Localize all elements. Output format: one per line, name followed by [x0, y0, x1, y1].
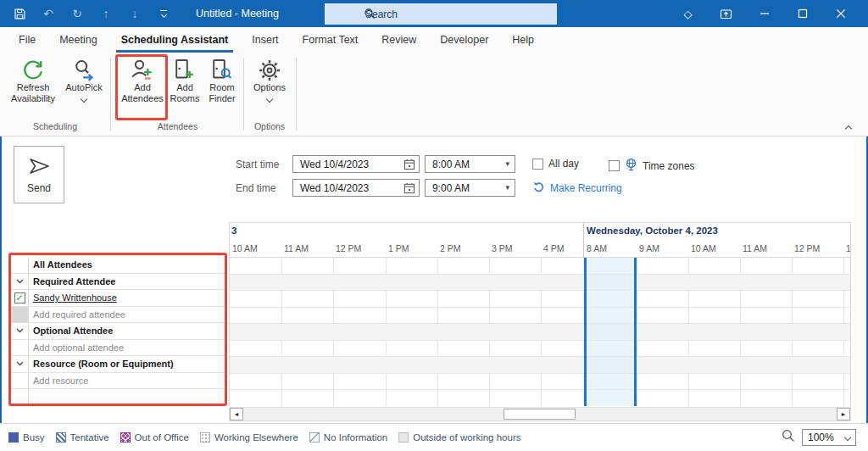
tab-file[interactable]: File [14, 34, 41, 53]
autopick-button[interactable]: AutoPick [61, 54, 107, 120]
close-button[interactable] [821, 0, 860, 27]
make-recurring-link[interactable]: Make Recurring [532, 181, 622, 196]
add-attendees-button[interactable]: Add Attendees [119, 54, 166, 120]
group-label-options: Options [245, 121, 294, 131]
calendar-icon[interactable] [403, 182, 415, 197]
attendee-row-sandy[interactable]: ✓ Sandy Writtenhouse [11, 290, 225, 307]
add-resource-row[interactable]: Add resource [11, 373, 225, 390]
add-optional-attendee-row[interactable]: Add optional attendee [11, 340, 225, 357]
autopick-icon [72, 58, 96, 82]
diamond-icon[interactable]: ◇ [669, 0, 707, 27]
tab-help[interactable]: Help [507, 34, 539, 53]
dropdown-arrow-icon[interactable]: ▾ [505, 183, 509, 192]
tentative-swatch [56, 432, 66, 443]
undo-icon[interactable]: ↶ [41, 6, 56, 21]
gear-icon [258, 58, 281, 82]
zoom-level-dropdown[interactable]: 100% [802, 429, 856, 446]
legend-outside-working-hours: Outside of working hours [398, 432, 520, 443]
collapse-ribbon-chevron[interactable] [845, 125, 852, 132]
tab-developer[interactable]: Developer [435, 34, 493, 53]
search-input[interactable]: Search [325, 3, 557, 25]
grid-horizontal-scrollbar[interactable]: ◄ ► [229, 407, 851, 421]
day-header-row: 3 Wednesday, October 4, 2023 [230, 223, 851, 240]
dropdown-arrow-icon[interactable]: ▾ [505, 159, 509, 168]
end-time-dropdown[interactable]: 9:00 AM ▾ [425, 179, 515, 197]
move-down-icon[interactable]: ↓ [127, 6, 142, 21]
legend-busy: Busy [8, 432, 45, 443]
dropdown-arrow-icon [844, 434, 851, 441]
globe-icon [625, 158, 637, 174]
hour-tick: 11 AM [743, 243, 767, 253]
pop-out-icon[interactable] [707, 0, 745, 27]
scroll-left-arrow[interactable]: ◄ [230, 408, 243, 420]
time-zones-checkbox[interactable] [609, 160, 620, 171]
add-required-attendee-row[interactable]: Add required attendee [11, 307, 225, 324]
grid-row-resource-group [230, 357, 851, 374]
grid-row-empty[interactable] [230, 390, 851, 406]
redo-icon[interactable]: ↻ [70, 6, 85, 21]
start-date-field[interactable]: Wed 10/4/2023 [292, 155, 420, 173]
attendee-group-optional[interactable]: Optional Attendee [11, 323, 225, 340]
legend-tentative: Tentative [56, 432, 109, 443]
hour-tick: 10 AM [232, 243, 258, 253]
start-time-label: Start time [236, 159, 279, 170]
tab-meeting[interactable]: Meeting [54, 34, 102, 53]
grid-row-optional-group [230, 324, 851, 341]
hour-tick: 10 AM [691, 243, 716, 253]
group-label-scheduling: Scheduling [0, 121, 110, 131]
hour-tick: 1 PM [388, 243, 409, 253]
grid-row-add-optional[interactable] [230, 341, 851, 358]
attendee-group-resource[interactable]: Resource (Room or Equipment) [11, 356, 225, 373]
hour-tick: 4 PM [543, 243, 565, 253]
send-button[interactable]: Send [14, 146, 64, 203]
hour-tick: 2 PM [440, 243, 461, 253]
attendee-group-required[interactable]: Required Attendee [11, 274, 225, 291]
maximize-button[interactable] [783, 0, 821, 27]
chevron-down-icon[interactable] [16, 328, 24, 333]
attendee-name-link[interactable]: Sandy Writtenhouse [29, 292, 117, 303]
titlebar-controls: ◇ [669, 0, 860, 27]
tab-insert[interactable]: Insert [247, 34, 283, 53]
minimize-button[interactable] [745, 0, 783, 27]
room-finder-button[interactable]: Room Finder [203, 54, 241, 120]
refresh-availability-button[interactable]: Refresh Availability [5, 54, 61, 120]
scroll-right-arrow[interactable]: ► [837, 408, 850, 420]
customize-toolbar-icon[interactable] [156, 6, 171, 21]
refresh-icon [21, 58, 45, 82]
autopick-dropdown-chevron[interactable] [81, 96, 87, 103]
recurring-icon [532, 181, 545, 196]
day-header-wednesday: Wednesday, October 4, 2023 [587, 226, 718, 236]
start-time-dropdown[interactable]: 8:00 AM ▾ [425, 155, 515, 173]
tab-scheduling-assistant[interactable]: Scheduling Assistant [116, 34, 234, 53]
chevron-down-icon[interactable] [16, 361, 24, 366]
grid-row-all-attendees[interactable] [230, 258, 851, 275]
grid-row-add-resource[interactable] [230, 374, 851, 391]
calendar-icon[interactable] [403, 159, 415, 173]
send-icon [26, 155, 52, 177]
title-bar: ↶ ↻ ↑ ↓ Untitled - Meeting Search ◇ [0, 0, 868, 27]
options-dropdown-chevron[interactable] [266, 96, 273, 103]
grid-row-sandy[interactable] [230, 291, 851, 308]
quick-access-toolbar: ↶ ↻ ↑ ↓ [0, 6, 171, 21]
grid-rows[interactable] [230, 258, 851, 406]
tab-format-text[interactable]: Format Text [298, 34, 364, 53]
options-button[interactable]: Options [248, 54, 291, 120]
zoom-magnifier-icon[interactable] [782, 429, 795, 446]
group-divider [243, 58, 244, 131]
window-title: Untitled - Meeting [191, 8, 284, 19]
save-icon[interactable] [12, 6, 27, 21]
attendee-checkbox-checked[interactable]: ✓ [14, 292, 25, 303]
add-rooms-button[interactable]: Add Rooms [167, 54, 203, 120]
grid-row-add-required[interactable] [230, 308, 851, 325]
selected-time-slot[interactable] [584, 258, 637, 406]
scrollbar-thumb[interactable] [504, 409, 576, 420]
attendee-empty-row[interactable] [11, 389, 225, 406]
end-date-field[interactable]: Wed 10/4/2023 [292, 179, 420, 197]
chevron-down-icon[interactable] [16, 279, 24, 284]
move-up-icon[interactable]: ↑ [98, 6, 114, 21]
hour-tick: 12 PM [794, 243, 820, 253]
all-day-checkbox[interactable] [532, 159, 543, 170]
tab-review[interactable]: Review [376, 34, 421, 53]
time-zones-label: Time zones [643, 160, 695, 172]
free-busy-grid[interactable]: 3 Wednesday, October 4, 2023 10 AM 11 AM… [229, 222, 851, 406]
